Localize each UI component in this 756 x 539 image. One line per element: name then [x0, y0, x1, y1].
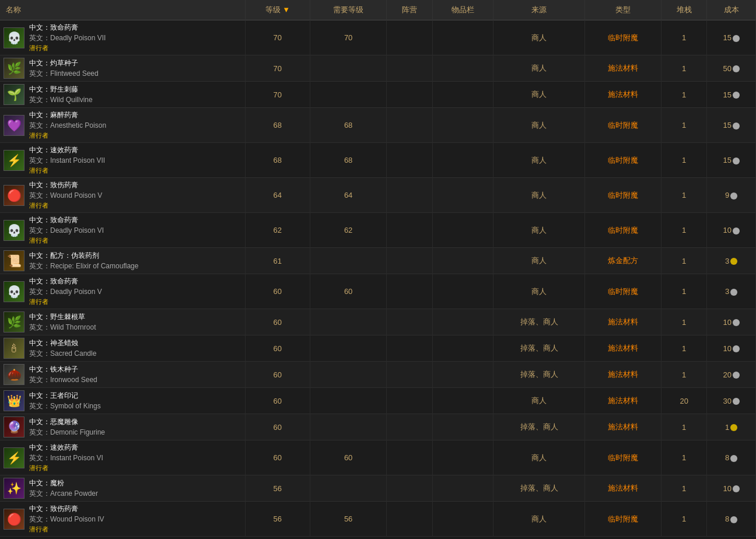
item-cost: 20 [707, 362, 756, 388]
item-name-en: 英文：Wild Thornroot [29, 323, 96, 332]
table-row[interactable]: 🌿中文：野生棘根草英文：Wild Thornroot60掉落、商人施法材料110 [0, 309, 756, 335]
item-faction [387, 143, 432, 178]
item-req-level: 70 [310, 20, 387, 55]
item-cost: 15 [707, 20, 756, 55]
item-icon: 🌿 [4, 312, 24, 332]
item-stack: 20 [661, 388, 706, 414]
item-source: 商人 [494, 248, 585, 274]
item-source: 商人 [494, 143, 585, 178]
table-row[interactable]: 🌰中文：铁木种子英文：Ironwood Seed60掉落、商人施法材料120 [0, 362, 756, 388]
col-req-level[interactable]: 需要等级 [310, 0, 387, 20]
item-class-label: 潜行者 [29, 44, 106, 52]
item-type: 施法材料 [585, 414, 662, 440]
silver-coin-icon [733, 228, 740, 235]
table-row[interactable]: ✨中文：魔粉英文：Arcane Powder56掉落、商人施法材料110 [0, 475, 756, 502]
silver-coin-icon [730, 455, 737, 462]
item-stack: 1 [661, 108, 706, 143]
table-row[interactable]: 📜中文：配方：伪装药剂英文：Recipe: Elixir of Camoufla… [0, 248, 756, 274]
item-icon: 🌿 [4, 58, 24, 79]
item-type: 炼金配方 [585, 248, 662, 274]
col-source[interactable]: 来源 [494, 0, 585, 20]
item-stack: 1 [661, 213, 706, 248]
item-name-cn: 中文：致命药膏 [29, 276, 102, 286]
item-level: 61 [245, 248, 310, 274]
table-row[interactable]: 💜中文：麻醉药膏英文：Anesthetic Poison潜行者6868商人临时附… [0, 108, 756, 143]
table-header-row: 名称 等级 ▼ 需要等级 阵营 物品栏 来源 类型 堆栈 成本 [0, 0, 756, 20]
item-faction [387, 20, 432, 55]
item-name-cell: 🔴中文：致伤药膏英文：Wound Poison V潜行者 [0, 178, 245, 213]
silver-coin-icon [733, 319, 740, 326]
item-source: 掉落、商人 [494, 309, 585, 335]
item-name-cell: 🌿中文：野生棘根草英文：Wild Thornroot [0, 309, 245, 335]
item-source: 商人 [494, 108, 585, 143]
item-icon: 💀 [4, 27, 24, 48]
item-faction [387, 335, 432, 362]
item-inventory [432, 414, 494, 440]
table-row[interactable]: 🌱中文：野生刺藤英文：Wild Quillvine70商人施法材料115 [0, 82, 756, 108]
item-level: 70 [245, 82, 310, 108]
table-row[interactable]: 👑中文：王者印记英文：Symbol of Kings60商人施法材料2030 [0, 388, 756, 414]
item-class-label: 潜行者 [29, 525, 104, 534]
item-source: 商人 [494, 274, 585, 309]
silver-coin-icon [733, 345, 740, 352]
item-req-level: 56 [310, 502, 387, 537]
item-name-en: 英文：Instant Poison VI [29, 453, 103, 463]
item-name-cn: 中文：王者印记 [29, 391, 101, 401]
item-inventory [432, 475, 494, 502]
silver-coin-icon [733, 123, 740, 130]
gold-coin-icon [730, 258, 737, 265]
item-level: 60 [245, 335, 310, 362]
item-source: 商人 [494, 502, 585, 537]
item-name-cell: 💜中文：麻醉药膏英文：Anesthetic Poison潜行者 [0, 108, 245, 143]
item-name-en: 英文：Demonic Figurine [29, 428, 105, 438]
item-icon: ⚡ [4, 447, 24, 468]
item-inventory [432, 274, 494, 309]
item-cost: 8 [707, 440, 756, 475]
main-container: 名称 等级 ▼ 需要等级 阵营 物品栏 来源 类型 堆栈 成本 💀中文：致命药膏… [0, 0, 756, 537]
table-row[interactable]: 💀中文：致命药膏英文：Deadly Poison V潜行者6060商人临时附魔1… [0, 274, 756, 309]
item-inventory [432, 213, 494, 248]
table-row[interactable]: 🔮中文：恶魔雕像英文：Demonic Figurine60掉落、商人施法材料11 [0, 414, 756, 440]
item-cost: 3 [707, 248, 756, 274]
table-row[interactable]: 🕯中文：神圣蜡烛英文：Sacred Candle60掉落、商人施法材料110 [0, 335, 756, 362]
silver-coin-icon [733, 158, 740, 164]
item-faction [387, 108, 432, 143]
table-row[interactable]: ⚡中文：速效药膏英文：Instant Poison VI潜行者6060商人临时附… [0, 440, 756, 475]
col-name[interactable]: 名称 [0, 0, 245, 20]
item-name-cell: ⚡中文：速效药膏英文：Instant Poison VI潜行者 [0, 440, 245, 475]
item-cost: 50 [707, 55, 756, 82]
item-req-level [310, 248, 387, 274]
table-row[interactable]: ⚡中文：速效药膏英文：Instant Poison VII潜行者6868商人临时… [0, 143, 756, 178]
item-icon: 🔮 [4, 416, 24, 438]
item-type: 临时附魔 [585, 440, 662, 475]
item-name-cn: 中文：速效药膏 [29, 443, 103, 453]
col-level[interactable]: 等级 ▼ [245, 0, 310, 20]
item-cost: 10 [707, 309, 756, 335]
item-type: 临时附魔 [585, 143, 662, 178]
item-name-en: 英文：Ironwood Seed [29, 375, 97, 385]
item-level: 68 [245, 108, 310, 143]
item-name-cn: 中文：恶魔雕像 [29, 417, 105, 427]
item-icon: ⚡ [4, 150, 24, 171]
col-stack[interactable]: 堆栈 [661, 0, 706, 20]
item-source: 商人 [494, 440, 585, 475]
item-name-cn: 中文：魔粉 [29, 478, 98, 488]
item-icon: 🔴 [4, 185, 24, 206]
col-type[interactable]: 类型 [585, 0, 662, 20]
item-cost: 10 [707, 213, 756, 248]
item-cost: 15 [707, 143, 756, 178]
item-req-level [310, 309, 387, 335]
col-faction[interactable]: 阵营 [387, 0, 432, 20]
col-inventory[interactable]: 物品栏 [432, 0, 494, 20]
item-class-label: 潜行者 [29, 464, 103, 473]
table-row[interactable]: 🔴中文：致伤药膏英文：Wound Poison V潜行者6464商人临时附魔19 [0, 178, 756, 213]
table-row[interactable]: 🌿中文：灼草种子英文：Flintweed Seed70商人施法材料150 [0, 55, 756, 82]
col-cost[interactable]: 成本 [707, 0, 756, 20]
table-row[interactable]: 🔴中文：致伤药膏英文：Wound Poison IV潜行者5656商人临时附魔1… [0, 502, 756, 537]
table-row[interactable]: 💀中文：致命药膏英文：Deadly Poison VI潜行者6262商人临时附魔… [0, 213, 756, 248]
table-row[interactable]: 💀中文：致命药膏英文：Deadly Poison VII潜行者7070商人临时附… [0, 20, 756, 55]
item-level: 62 [245, 213, 310, 248]
item-name-cell: 🔮中文：恶魔雕像英文：Demonic Figurine [0, 414, 245, 440]
item-source: 商人 [494, 213, 585, 248]
item-name-cell: ✨中文：魔粉英文：Arcane Powder [0, 475, 245, 502]
